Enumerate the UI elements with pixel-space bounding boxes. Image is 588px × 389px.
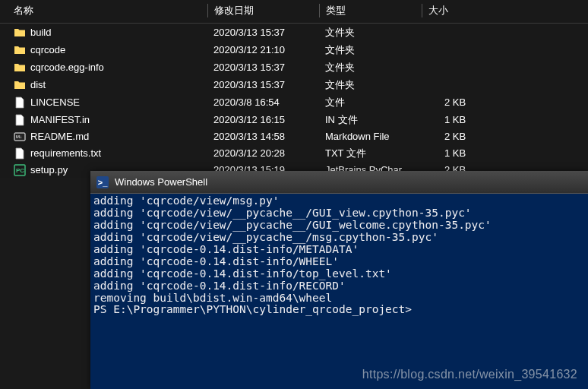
file-type: 文件夹 <box>319 43 422 57</box>
file-date: 2020/3/13 15:37 <box>207 62 319 73</box>
file-type: 文件夹 <box>319 61 422 74</box>
file-name: cqrcode <box>30 44 65 55</box>
file-date: 2020/3/8 16:54 <box>207 96 319 108</box>
file-type: 文件夹 <box>319 26 422 40</box>
file-date: 2020/3/12 20:28 <box>207 147 319 159</box>
file-row[interactable]: LINCENSE2020/3/8 16:54文件2 KB <box>0 93 588 111</box>
powershell-titlebar[interactable]: >_ Windows PowerShell <box>90 171 588 194</box>
file-icon <box>14 96 26 109</box>
svg-text:M↓: M↓ <box>16 134 22 139</box>
folder-icon <box>14 27 26 39</box>
header-date[interactable]: 修改日期 <box>207 4 319 17</box>
file-name: LINCENSE <box>30 96 80 108</box>
file-date: 2020/3/13 15:37 <box>207 79 319 90</box>
file-row[interactable]: cqrcode.egg-info2020/3/13 15:37文件夹 <box>0 59 588 76</box>
powershell-window[interactable]: >_ Windows PowerShell adding 'cqrcode/vi… <box>90 171 588 389</box>
file-size: 1 KB <box>422 114 498 125</box>
file-type: Markdown File <box>319 131 422 142</box>
file-row[interactable]: dist2020/3/13 15:37文件夹 <box>0 76 588 93</box>
file-row[interactable]: MANIFEST.in2020/3/12 16:15IN 文件1 KB <box>0 111 588 128</box>
file-name: MANIFEST.in <box>30 114 90 125</box>
file-explorer: 名称 修改日期 类型 大小 build2020/3/13 15:37文件夹cqr… <box>0 0 588 178</box>
file-size: 2 KB <box>422 96 498 108</box>
powershell-title: Windows PowerShell <box>115 176 207 188</box>
folder-icon <box>14 79 26 91</box>
file-icon <box>14 147 26 160</box>
powershell-output[interactable]: adding 'cqrcode/view/msg.py' adding 'cqr… <box>90 194 588 318</box>
file-name: dist <box>30 79 46 90</box>
powershell-icon: >_ <box>96 176 109 188</box>
file-size: 1 KB <box>422 147 498 159</box>
md-icon: M↓ <box>14 131 26 143</box>
file-name: cqrcode.egg-info <box>30 62 104 73</box>
file-name: requirements.txt <box>30 147 101 159</box>
file-icon <box>14 114 26 126</box>
file-type: 文件 <box>319 96 422 109</box>
py-icon: PC <box>14 164 26 176</box>
file-date: 2020/3/12 21:10 <box>207 44 319 55</box>
file-row[interactable]: requirements.txt2020/3/12 20:28TXT 文件1 K… <box>0 144 588 162</box>
file-size: 2 KB <box>422 131 498 142</box>
file-row[interactable]: build2020/3/13 15:37文件夹 <box>0 24 588 41</box>
watermark: https://blog.csdn.net/weixin_39541632 <box>362 368 577 381</box>
header-type[interactable]: 类型 <box>319 4 422 17</box>
folder-icon <box>14 44 26 56</box>
folder-icon <box>14 62 26 74</box>
file-type: 文件夹 <box>319 78 422 92</box>
file-type: IN 文件 <box>319 113 422 127</box>
header-name[interactable]: 名称 <box>0 4 207 17</box>
file-date: 2020/3/12 16:15 <box>207 114 319 125</box>
file-row[interactable]: M↓README.md2020/3/13 14:58Markdown File2… <box>0 128 588 144</box>
file-row[interactable]: cqrcode2020/3/12 21:10文件夹 <box>0 41 588 59</box>
column-headers: 名称 修改日期 类型 大小 <box>0 0 588 24</box>
file-date: 2020/3/13 15:37 <box>207 27 319 38</box>
file-name: setup.py <box>30 164 68 176</box>
svg-text:PC: PC <box>16 167 24 174</box>
header-size[interactable]: 大小 <box>422 4 498 17</box>
file-date: 2020/3/13 14:58 <box>207 131 319 142</box>
file-type: TXT 文件 <box>319 147 422 160</box>
file-name: README.md <box>30 131 89 142</box>
file-name: build <box>30 27 51 38</box>
